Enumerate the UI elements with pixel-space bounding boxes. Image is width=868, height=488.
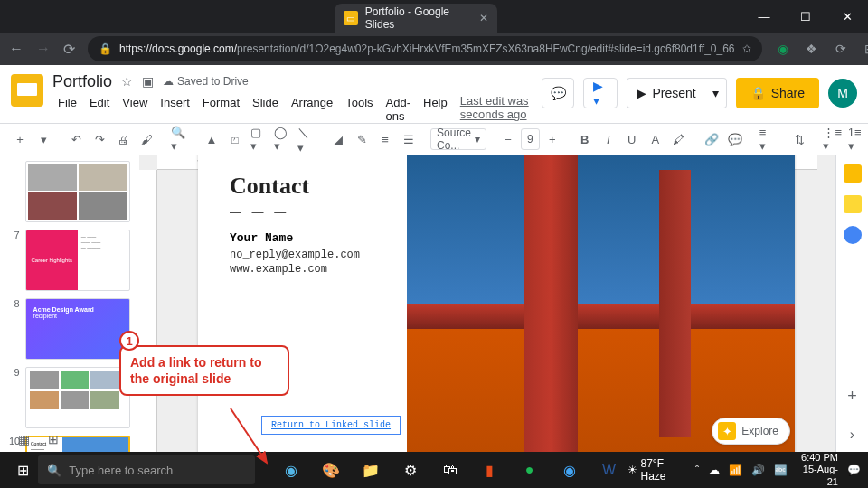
shape-tool[interactable]: ◯ ▾ bbox=[271, 127, 293, 151]
zoom-button[interactable]: 🔍 ▾ bbox=[168, 127, 190, 151]
close-window-button[interactable]: ✕ bbox=[826, 0, 868, 33]
keep-icon[interactable] bbox=[844, 195, 862, 213]
fill-color-button[interactable]: ◢ bbox=[327, 127, 349, 151]
comments-button[interactable]: 💬 bbox=[542, 78, 574, 108]
office-app-icon[interactable]: ▮ bbox=[472, 454, 508, 486]
contact-web[interactable]: www.example.com bbox=[230, 263, 389, 276]
settings-app-icon[interactable]: ⚙ bbox=[392, 454, 429, 486]
paint-app-icon[interactable]: 🎨 bbox=[313, 454, 349, 486]
menu-file[interactable]: File bbox=[52, 94, 82, 125]
language-icon[interactable]: 🔤 bbox=[774, 464, 788, 476]
paint-format-button[interactable]: 🖌 bbox=[136, 127, 157, 151]
bullet-list-button[interactable]: ⋮≡ ▾ bbox=[822, 127, 844, 151]
redo-button[interactable]: ↷ bbox=[89, 127, 110, 151]
numbered-list-button[interactable]: 1≡ ▾ bbox=[845, 127, 867, 151]
favorite-icon[interactable]: ✩ bbox=[742, 42, 751, 55]
maximize-button[interactable]: ☐ bbox=[785, 0, 826, 33]
move-icon[interactable]: ▣ bbox=[142, 74, 154, 89]
explore-button[interactable]: ✦ Explore bbox=[712, 418, 790, 445]
extensions-icon[interactable]: ❖ bbox=[804, 41, 820, 57]
slides-logo-icon[interactable] bbox=[11, 74, 43, 107]
last-edit-link[interactable]: Last edit was seconds ago bbox=[460, 94, 533, 125]
text-color-button[interactable]: A bbox=[645, 127, 666, 151]
slide-canvas[interactable]: Contact — — — Your Name no_reply@example… bbox=[198, 155, 795, 452]
slide-filmstrip[interactable]: 7Career highlights— ———— ——— ——— 8Acme D… bbox=[0, 155, 139, 452]
return-link-textbox[interactable]: Return to Linked slide bbox=[261, 416, 401, 435]
saved-status[interactable]: ☁Saved to Drive bbox=[163, 75, 249, 88]
link-button[interactable]: 🔗 bbox=[701, 127, 722, 151]
store-app-icon[interactable]: 🛍 bbox=[432, 454, 468, 486]
contact-email[interactable]: no_reply@example.com bbox=[230, 249, 389, 261]
line-spacing-button[interactable]: ⇅ bbox=[789, 127, 811, 151]
new-slide-dropdown[interactable]: ▾ bbox=[33, 127, 54, 151]
image-tool[interactable]: ▢ ▾ bbox=[248, 127, 269, 151]
browser-tab[interactable]: ▭ Portfolio - Google Slides ✕ bbox=[335, 4, 497, 33]
menu-insert[interactable]: Insert bbox=[155, 94, 195, 125]
thumb-9[interactable]: 9 bbox=[9, 367, 130, 428]
font-size-input[interactable]: 9 bbox=[521, 128, 540, 150]
italic-button[interactable]: I bbox=[598, 127, 619, 151]
volume-icon[interactable]: 🔊 bbox=[751, 464, 765, 476]
star-icon[interactable]: ☆ bbox=[121, 74, 133, 89]
slide-image[interactable] bbox=[407, 155, 795, 452]
extension-icon[interactable]: ◉ bbox=[775, 41, 791, 57]
slide-title[interactable]: Contact bbox=[230, 173, 389, 200]
reload-button[interactable]: ⟳ bbox=[63, 41, 75, 58]
notifications-icon[interactable]: 💬 bbox=[847, 464, 861, 476]
weather-widget[interactable]: ☀87°F Haze bbox=[627, 457, 685, 483]
spotify-app-icon[interactable]: ● bbox=[512, 454, 548, 486]
menu-arrange[interactable]: Arrange bbox=[286, 94, 338, 125]
menu-view[interactable]: View bbox=[117, 94, 153, 125]
undo-button[interactable]: ↶ bbox=[65, 127, 87, 151]
network-icon[interactable]: 📶 bbox=[729, 464, 742, 476]
menu-edit[interactable]: Edit bbox=[84, 94, 115, 125]
thumb-7[interactable]: 7Career highlights— ———— ——— ——— bbox=[9, 230, 130, 291]
qbit-app-icon[interactable]: ◉ bbox=[552, 454, 588, 486]
thumb-6[interactable] bbox=[9, 161, 130, 222]
border-weight-button[interactable]: ≡ bbox=[374, 127, 396, 151]
menu-help[interactable]: Help bbox=[418, 94, 453, 125]
line-tool[interactable]: ＼ ▾ bbox=[295, 127, 316, 151]
account-avatar[interactable]: M bbox=[828, 79, 857, 108]
filmstrip-view-icon[interactable]: ▦ bbox=[18, 432, 30, 446]
tray-chevron-icon[interactable]: ˄ bbox=[694, 464, 700, 476]
font-family-select[interactable]: Source Co...▾ bbox=[430, 128, 486, 150]
minimize-button[interactable]: — bbox=[743, 0, 785, 33]
taskbar-search[interactable]: 🔍 Type here to search bbox=[38, 455, 254, 484]
print-button[interactable]: 🖨 bbox=[112, 127, 134, 151]
align-button[interactable]: ≡ ▾ bbox=[757, 127, 778, 151]
document-title[interactable]: Portfolio bbox=[52, 72, 112, 91]
menu-tools[interactable]: Tools bbox=[340, 94, 378, 125]
taskbar-clock[interactable]: 6:40 PM 15-Aug-21 bbox=[797, 452, 838, 488]
menu-format[interactable]: Format bbox=[197, 94, 245, 125]
start-button[interactable]: ⊞ bbox=[7, 454, 38, 486]
address-bar[interactable]: 🔒 https://docs.google.com/presentation/d… bbox=[88, 36, 762, 61]
share-button[interactable]: 🔒Share bbox=[736, 78, 819, 108]
slideshow-dropdown[interactable]: ▶ ▾ bbox=[583, 78, 618, 108]
textbox-tool[interactable]: ⏍ bbox=[224, 127, 246, 151]
grid-view-icon[interactable]: ⊞ bbox=[48, 432, 59, 446]
menu-addons[interactable]: Add-ons bbox=[381, 94, 416, 125]
contact-name[interactable]: Your Name bbox=[230, 231, 389, 245]
word-app-icon[interactable]: W bbox=[591, 454, 627, 486]
add-addon-icon[interactable]: + bbox=[844, 387, 862, 405]
forward-button[interactable]: → bbox=[36, 41, 51, 57]
font-size-plus[interactable]: + bbox=[542, 127, 563, 151]
border-color-button[interactable]: ✎ bbox=[351, 127, 373, 151]
new-slide-button[interactable]: + bbox=[9, 127, 31, 151]
menu-slide[interactable]: Slide bbox=[247, 94, 284, 125]
onedrive-icon[interactable]: ☁ bbox=[709, 464, 720, 476]
explorer-app-icon[interactable]: 📁 bbox=[353, 454, 389, 486]
sync-icon[interactable]: ⟳ bbox=[833, 41, 849, 57]
collapse-panel-icon[interactable]: › bbox=[850, 427, 854, 443]
highlight-button[interactable]: 🖍 bbox=[668, 127, 690, 151]
tasks-icon[interactable] bbox=[844, 226, 862, 244]
calendar-icon[interactable] bbox=[844, 164, 862, 183]
font-size-minus[interactable]: − bbox=[497, 127, 519, 151]
close-tab-icon[interactable]: ✕ bbox=[479, 12, 488, 24]
border-style-button[interactable]: ☰ bbox=[398, 127, 420, 151]
thumb-8[interactable]: 8Acme Design Awardrecipient bbox=[9, 298, 130, 360]
present-button[interactable]: ▶Present bbox=[627, 78, 704, 108]
collections-icon[interactable]: ⊞ bbox=[862, 41, 868, 57]
present-dropdown[interactable]: ▾ bbox=[705, 78, 727, 108]
